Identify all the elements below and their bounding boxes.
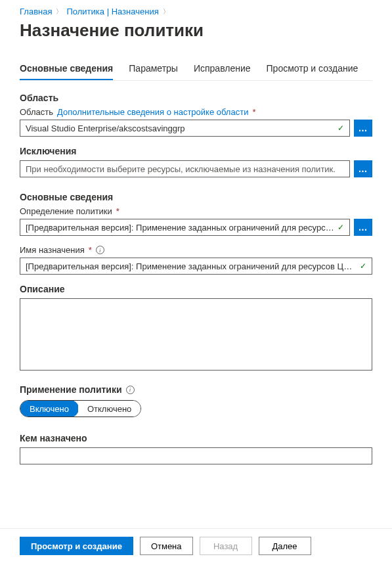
required-asterisk: * [252,107,255,117]
definition-label: Определение политики [20,206,112,216]
tab-review[interactable]: Просмотр и создание [267,60,359,80]
description-label: Описание [20,284,372,294]
review-create-button[interactable]: Просмотр и создание [20,537,133,555]
scope-picker-button[interactable]: … [354,120,372,137]
description-textarea[interactable] [20,298,372,371]
breadcrumb-home[interactable]: Главная [20,7,52,16]
assigned-by-input[interactable] [20,447,372,464]
assignment-name-value: [Предварительная версия]: Применение зад… [26,261,352,271]
enforcement-label: Применение политики [20,384,122,395]
checkmark-icon: ✓ [360,261,366,271]
assigned-by-label: Кем назначено [20,433,372,443]
required-asterisk: * [89,245,92,255]
checkmark-icon: ✓ [338,223,344,232]
definition-value: [Предварительная версия]: Применение зад… [26,223,334,233]
page-title: Назначение политики [20,20,372,41]
ellipsis-icon: … [359,123,368,133]
next-button[interactable]: Далее [259,537,311,555]
cancel-button[interactable]: Отмена [140,537,193,555]
assignment-name-input[interactable]: [Предварительная версия]: Применение зад… [20,258,372,275]
scope-label: Область [20,107,53,117]
enforcement-toggle[interactable]: Включено Отключено [20,400,141,417]
back-button[interactable]: Назад [200,537,252,555]
scope-input[interactable]: Visual Studio Enterprise/akscostsavinggr… [20,120,350,137]
exclusions-field[interactable] [26,161,344,177]
exclusions-input[interactable] [20,160,350,177]
ellipsis-icon: … [359,164,368,174]
enforcement-disabled[interactable]: Отключено [78,401,141,417]
info-icon[interactable]: i [126,386,135,394]
scope-value: Visual Studio Enterprise/akscostsavinggr… [26,124,185,133]
scope-heading: Область [20,93,372,103]
required-asterisk: * [116,206,120,216]
tab-remediation[interactable]: Исправление [194,60,251,80]
exclusions-label: Исключения [20,146,372,156]
ellipsis-icon: … [359,222,368,233]
tabs: Основные сведения Параметры Исправление … [20,60,372,81]
tab-parameters[interactable]: Параметры [129,60,178,80]
chevron-right-icon: 〉 [56,7,62,16]
scope-help-link[interactable]: Дополнительные сведения о настройке обла… [57,107,248,117]
definition-input[interactable]: [Предварительная версия]: Применение зад… [20,219,350,236]
basics-heading: Основные сведения [20,192,372,202]
tab-basics[interactable]: Основные сведения [20,60,113,80]
breadcrumb-policy[interactable]: Политика | Назначения [66,7,158,16]
definition-picker-button[interactable]: … [354,219,372,236]
info-icon[interactable]: i [96,246,104,254]
chevron-right-icon: 〉 [163,7,169,16]
assignment-name-label: Имя назначения [20,245,85,255]
footer: Просмотр и создание Отмена Назад Далее [0,528,392,563]
breadcrumb: Главная 〉 Политика | Назначения 〉 [20,7,372,16]
enforcement-enabled[interactable]: Включено [20,400,79,417]
exclusions-picker-button[interactable]: … [354,160,372,177]
checkmark-icon: ✓ [338,124,344,133]
